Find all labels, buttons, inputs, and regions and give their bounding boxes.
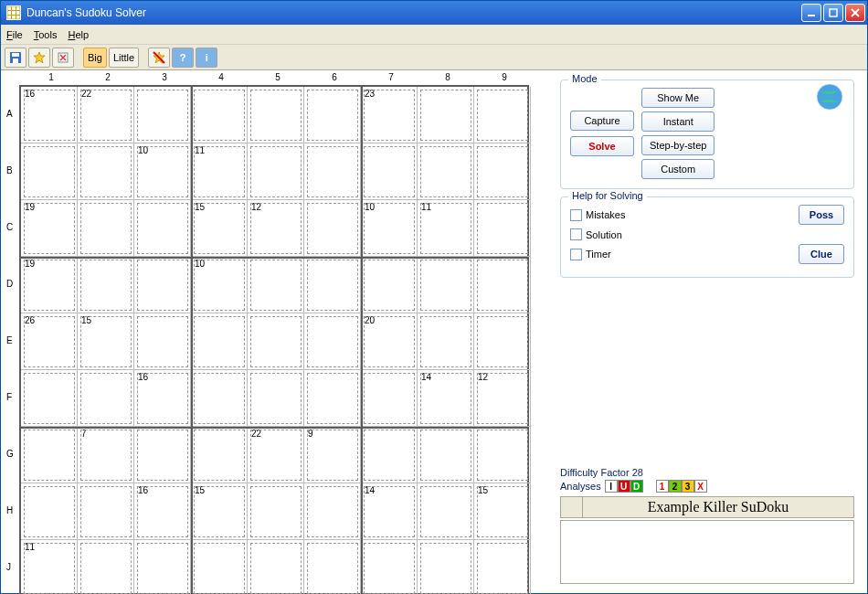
log-area[interactable] xyxy=(560,520,854,584)
cell[interactable] xyxy=(21,483,78,540)
poss-button[interactable]: Poss xyxy=(799,205,844,225)
minimize-button[interactable] xyxy=(801,4,821,22)
cell[interactable] xyxy=(191,370,248,427)
cell[interactable] xyxy=(248,313,304,370)
cell[interactable] xyxy=(134,313,191,370)
cell[interactable] xyxy=(474,427,531,483)
sudoku-grid[interactable]: 1622231011191512101119102615201614127229… xyxy=(19,85,529,594)
svg-rect-5 xyxy=(13,58,18,63)
cell[interactable] xyxy=(361,540,418,594)
solution-checkbox[interactable] xyxy=(570,228,582,240)
cell[interactable] xyxy=(418,313,474,370)
cell[interactable] xyxy=(361,257,418,313)
instant-button[interactable]: Instant xyxy=(641,111,715,132)
cell[interactable] xyxy=(304,200,361,257)
cell[interactable] xyxy=(474,257,531,313)
cell[interactable] xyxy=(474,143,531,200)
cell[interactable] xyxy=(304,257,361,313)
cell[interactable] xyxy=(134,257,191,313)
content: 123456789 ABCDEFGHJ 16222310111915121011… xyxy=(1,70,867,593)
cell[interactable] xyxy=(418,87,474,143)
col-header: 1 xyxy=(23,72,79,82)
cell[interactable] xyxy=(134,200,191,257)
cell[interactable] xyxy=(418,257,474,313)
cell[interactable] xyxy=(304,313,361,370)
analysis-U[interactable]: U xyxy=(618,480,630,493)
svg-rect-0 xyxy=(7,6,20,19)
analysis-1[interactable]: 1 xyxy=(656,480,669,493)
row-header: E xyxy=(6,312,14,368)
cell[interactable] xyxy=(134,540,191,594)
cell[interactable] xyxy=(78,540,134,594)
save-button[interactable] xyxy=(5,48,26,68)
cell[interactable] xyxy=(418,483,474,540)
cell[interactable] xyxy=(248,257,304,313)
cell[interactable] xyxy=(304,370,361,427)
cell[interactable] xyxy=(418,143,474,200)
cell[interactable] xyxy=(304,87,361,143)
analysis-X[interactable]: X xyxy=(694,480,707,493)
custom-button[interactable]: Custom xyxy=(641,159,715,179)
col-header: 4 xyxy=(193,72,249,82)
little-button[interactable]: Little xyxy=(109,48,139,68)
title-handle[interactable] xyxy=(561,497,583,517)
cell[interactable] xyxy=(248,143,304,200)
delete-star-button[interactable] xyxy=(148,48,170,68)
cell[interactable] xyxy=(191,87,248,143)
info-button[interactable]: i xyxy=(196,48,217,68)
cell[interactable] xyxy=(361,143,418,200)
cell[interactable] xyxy=(134,87,191,143)
solve-button[interactable]: Solve xyxy=(570,136,634,156)
cell[interactable] xyxy=(248,370,304,427)
close-button[interactable] xyxy=(845,4,865,22)
cage-sum: 22 xyxy=(249,428,263,440)
cell[interactable] xyxy=(304,483,361,540)
cell[interactable] xyxy=(474,200,531,257)
cell[interactable] xyxy=(78,483,134,540)
cell[interactable] xyxy=(248,540,304,594)
cage-sum: 16 xyxy=(136,371,150,383)
help-button[interactable]: ? xyxy=(172,48,194,68)
star-button[interactable] xyxy=(28,48,50,68)
menu-file[interactable]: File xyxy=(6,29,23,40)
cell[interactable] xyxy=(78,143,134,200)
menu-tools[interactable]: Tools xyxy=(34,29,58,40)
timer-checkbox[interactable] xyxy=(570,249,582,260)
cell[interactable] xyxy=(361,370,418,427)
analysis-3[interactable]: 3 xyxy=(682,480,694,493)
cell[interactable] xyxy=(21,143,78,200)
cell[interactable] xyxy=(248,87,304,143)
analysis-D[interactable]: D xyxy=(630,480,643,493)
cell[interactable] xyxy=(78,370,134,427)
cell[interactable] xyxy=(78,257,134,313)
mistakes-checkbox[interactable] xyxy=(570,209,582,221)
cell[interactable] xyxy=(474,313,531,370)
cell[interactable] xyxy=(361,427,418,483)
analysis-I[interactable]: I xyxy=(605,480,618,493)
showme-button[interactable]: Show Me xyxy=(641,88,715,108)
clue-button[interactable]: Clue xyxy=(799,244,844,264)
maximize-button[interactable] xyxy=(823,4,843,22)
cell[interactable] xyxy=(191,540,248,594)
stepbystep-button[interactable]: Step-by-step xyxy=(641,135,715,155)
cell[interactable] xyxy=(474,87,531,143)
cell[interactable] xyxy=(304,143,361,200)
clear-button[interactable] xyxy=(52,48,74,68)
toolbar: Big Little ? i xyxy=(1,45,867,70)
menu-help[interactable]: Help xyxy=(68,29,89,40)
cell[interactable] xyxy=(21,370,78,427)
cell[interactable] xyxy=(191,313,248,370)
cell[interactable] xyxy=(248,483,304,540)
cell[interactable] xyxy=(474,540,531,594)
cell[interactable] xyxy=(78,200,134,257)
cell[interactable] xyxy=(304,540,361,594)
cell[interactable] xyxy=(418,540,474,594)
cell[interactable] xyxy=(418,427,474,483)
cell[interactable] xyxy=(191,427,248,483)
analysis-2[interactable]: 2 xyxy=(669,480,682,493)
big-button[interactable]: Big xyxy=(83,48,107,68)
cell[interactable] xyxy=(134,427,191,483)
solution-label: Solution xyxy=(586,229,622,240)
cell[interactable] xyxy=(21,427,78,483)
capture-button[interactable]: Capture xyxy=(570,111,634,131)
